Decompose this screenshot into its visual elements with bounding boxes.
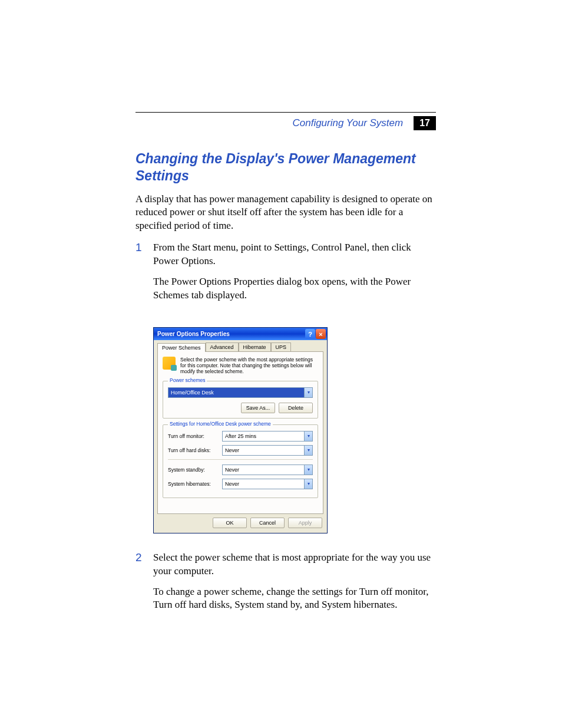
cancel-button[interactable]: Cancel	[250, 518, 285, 528]
setting-row-monitor: Turn off monitor: After 25 mins ▾	[168, 431, 313, 442]
turn-off-harddisks-select[interactable]: Never ▾	[222, 445, 313, 456]
step-text: Select the power scheme that is most app…	[153, 551, 436, 578]
setting-row-standby: System standby: Never ▾	[168, 465, 313, 475]
dialog-title: Power Options Properties	[157, 331, 305, 337]
dialog-description: Select the power scheme with the most ap…	[180, 357, 318, 375]
turn-off-monitor-select[interactable]: After 25 mins ▾	[222, 431, 313, 442]
tab-bar: Power Schemes Advanced Hibernate UPS	[154, 340, 327, 351]
page-number: 17	[414, 116, 436, 130]
power-scheme-icon	[163, 357, 176, 370]
chevron-down-icon: ▾	[304, 446, 312, 455]
save-as-button[interactable]: Save As...	[241, 403, 275, 413]
chevron-down-icon: ▾	[304, 479, 312, 489]
setting-value: Never	[223, 465, 304, 475]
close-icon[interactable]: ×	[316, 329, 326, 339]
chevron-down-icon: ▾	[304, 431, 312, 441]
running-header: Configuring Your System 17	[135, 116, 436, 130]
tab-ups[interactable]: UPS	[271, 342, 292, 351]
setting-row-hibernate: System hibernates: Never ▾	[168, 479, 313, 489]
setting-label: Turn off monitor:	[168, 433, 222, 439]
tab-panel: Select the power scheme with the most ap…	[157, 351, 323, 514]
chevron-down-icon: ▾	[304, 465, 312, 475]
tab-power-schemes[interactable]: Power Schemes	[157, 343, 206, 352]
tab-advanced[interactable]: Advanced	[206, 342, 239, 351]
tab-hibernate[interactable]: Hibernate	[239, 342, 271, 351]
setting-label: System hibernates:	[168, 481, 222, 487]
section-heading: Changing the Display's Power Management …	[135, 150, 436, 185]
setting-value: Never	[223, 479, 304, 489]
system-standby-select[interactable]: Never ▾	[222, 465, 313, 475]
power-options-dialog: Power Options Properties ? × Power Schem…	[153, 327, 328, 533]
step-number: 2	[135, 551, 145, 620]
delete-button[interactable]: Delete	[279, 403, 313, 413]
power-schemes-group: Power schemes Home/Office Desk ▾ Save As…	[163, 381, 318, 419]
settings-group: Settings for Home/Office Desk power sche…	[163, 424, 318, 498]
apply-button[interactable]: Apply	[288, 518, 322, 528]
dialog-titlebar: Power Options Properties ? ×	[154, 328, 327, 340]
group-label: Power schemes	[168, 377, 207, 383]
step-2: 2 Select the power scheme that is most a…	[135, 551, 436, 620]
chevron-down-icon: ▾	[304, 388, 312, 397]
power-scheme-select[interactable]: Home/Office Desk ▾	[168, 387, 313, 398]
group-label: Settings for Home/Office Desk power sche…	[168, 421, 273, 427]
setting-row-harddisks: Turn off hard disks: Never ▾	[168, 445, 313, 456]
ok-button[interactable]: OK	[213, 518, 247, 528]
setting-label: Turn off hard disks:	[168, 447, 222, 453]
setting-label: System standby:	[168, 467, 222, 473]
setting-value: Never	[223, 446, 304, 455]
running-head-text: Configuring Your System	[292, 117, 403, 129]
setting-value: After 25 mins	[223, 431, 304, 441]
system-hibernates-select[interactable]: Never ▾	[222, 479, 313, 489]
help-icon[interactable]: ?	[305, 329, 315, 339]
step-1: 1 From the Start menu, point to Settings…	[135, 241, 436, 309]
step-text: To change a power scheme, change the set…	[153, 585, 436, 612]
power-scheme-value: Home/Office Desk	[168, 388, 304, 397]
step-number: 1	[135, 241, 145, 309]
intro-paragraph: A display that has power management capa…	[135, 193, 436, 233]
step-text: The Power Options Properties dialog box …	[153, 275, 436, 302]
step-text: From the Start menu, point to Settings, …	[153, 241, 436, 268]
